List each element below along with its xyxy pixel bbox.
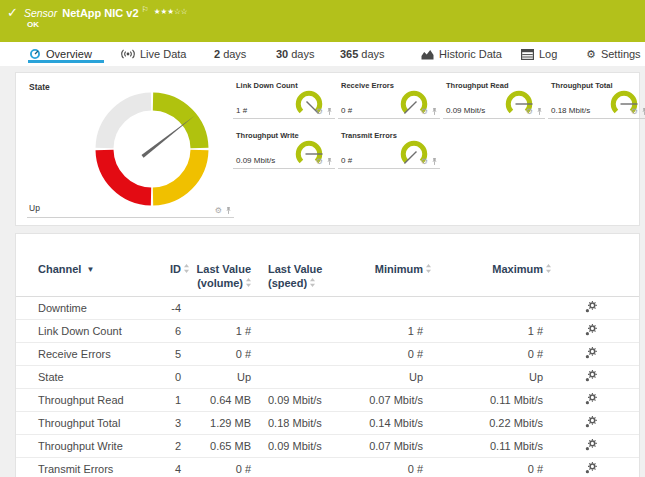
pin-icon[interactable] [326,107,333,116]
sort-icon [184,263,189,277]
last-value-volume: 0 # [181,463,251,475]
channel-settings-icon[interactable] [543,416,639,430]
gear-icon[interactable]: ⚙ [316,108,323,116]
table-header-row: Channel▼ ID Last Value(volume) Last Valu… [16,234,639,297]
channel-name[interactable]: State [16,371,151,383]
priority-stars[interactable]: ★★★☆☆ [154,7,188,16]
channel-row-downtime: Downtime-4 [16,297,639,320]
gauge-title: Receive Errors [341,81,394,90]
maximum-value: 0 # [423,348,543,360]
pin-icon[interactable] [641,107,645,116]
channel-id: -4 [151,302,181,314]
channel-name[interactable]: Receive Errors [16,348,151,360]
pin-icon[interactable] [536,107,543,116]
sensor-title: NetApp NIC v2 [62,7,138,19]
pin-icon[interactable] [431,157,438,166]
pin-icon[interactable] [431,107,438,116]
gauge-value: 0.09 Mbit/s [446,106,485,115]
minimum-value: 0.07 Mbit/s [361,440,423,452]
last-value-volume: Up [181,371,251,383]
gear-icon[interactable]: ⚙ [631,108,638,116]
channel-name[interactable]: Transmit Errors [16,463,151,475]
gauge-value: 0.18 Mbit/s [551,106,590,115]
channel-name[interactable]: Throughput Write [16,440,151,452]
sort-desc-icon: ▼ [86,265,94,275]
tab-live-data[interactable]: Live Data [121,42,186,66]
col-header-maximum[interactable]: Maximum [423,263,543,291]
pin-icon[interactable] [225,206,232,215]
tab-settings[interactable]: ⚙Settings [586,42,641,66]
maximum-value: 0.11 Mbit/s [423,394,543,406]
flag-icon[interactable]: ⚐ [142,5,149,14]
tab-bar: OverviewLive Data2days30days365daysHisto… [0,42,645,66]
gauge-tile-transmit-errors: Transmit Errors0 #⚙ [338,129,440,169]
channel-id: 2 [151,440,181,452]
channel-id: 4 [151,463,181,475]
last-value-volume: 0 # [181,348,251,360]
sensor-status-bar: ✓ Sensor NetApp NIC v2 ⚐ ★★★☆☆ OK [0,0,645,42]
state-gauge-tile: State Up ⚙ [27,79,234,218]
gauge-title: Throughput Write [236,131,299,140]
channel-settings-icon[interactable] [543,347,639,361]
channel-row-throughput-total: Throughput Total31.29 MB0.18 Mbit/s0.14 … [16,412,639,435]
gear-icon[interactable]: ⚙ [421,158,428,166]
gauge-value: 0 # [341,156,352,165]
channel-row-transmit-errors: Transmit Errors40 #0 #0 # [16,458,639,477]
gauge-title: Throughput Read [446,81,509,90]
gear-icon[interactable]: ⚙ [526,108,533,116]
gauge-tile-throughput-write: Throughput Write0.09 Mbit/s⚙ [233,129,335,169]
channel-row-throughput-read: Throughput Read10.64 MB0.09 Mbit/s0.07 M… [16,389,639,412]
gauge-title: Transmit Errors [341,131,397,140]
tab-30-days[interactable]: 30days [276,42,315,66]
col-header-channel[interactable]: Channel▼ [16,263,151,291]
last-value-volume: 0.65 MB [181,440,251,452]
col-header-minimum[interactable]: Minimum [361,263,423,291]
channel-settings-icon[interactable] [543,324,639,338]
gauge-value: 1 # [236,106,247,115]
gear-icon[interactable]: ⚙ [421,108,428,116]
channel-row-throughput-write: Throughput Write20.65 MB0.09 Mbit/s0.07 … [16,435,639,458]
channel-settings-icon[interactable] [543,462,639,476]
channel-settings-icon[interactable] [543,439,639,453]
minimum-value: 0 # [361,463,423,475]
maximum-value: 1 # [423,325,543,337]
tab-365-days[interactable]: 365days [340,42,385,66]
channel-id: 5 [151,348,181,360]
gauge-value: 0 # [341,106,352,115]
gauge-value: 0.09 Mbit/s [236,156,275,165]
chart-icon [421,49,434,60]
channel-settings-icon[interactable] [543,301,639,315]
state-gauge-value: Up [29,203,40,213]
minimum-value: Up [361,371,423,383]
channel-name[interactable]: Link Down Count [16,325,151,337]
maximum-value: Up [423,371,543,383]
sort-icon [426,263,431,277]
tab-historic-data[interactable]: Historic Data [421,42,502,66]
col-header-lastvalue-speed[interactable]: Last Value(speed) [251,263,361,291]
col-header-id[interactable]: ID [151,263,181,291]
gauge-tile-link-down-count: Link Down Count1 #⚙ [233,79,335,119]
channel-settings-icon[interactable] [543,393,639,407]
channel-row-link-down-count: Link Down Count61 #1 #1 # [16,320,639,343]
channel-name[interactable]: Throughput Total [16,417,151,429]
sensor-status-text: OK [27,20,39,29]
active-tab-underline [28,60,104,63]
gauge-tile-throughput-read: Throughput Read0.09 Mbit/s⚙ [443,79,545,119]
tab-log[interactable]: Log [521,42,557,66]
sort-icon [310,277,315,291]
col-header-lastvalue-volume[interactable]: Last Value(volume) [181,263,251,291]
channel-name[interactable]: Throughput Read [16,394,151,406]
minimum-value: 0.14 Mbit/s [361,417,423,429]
gear-icon[interactable]: ⚙ [215,207,222,215]
tab-2-days[interactable]: 2days [214,42,246,66]
state-gauge [92,89,212,209]
minimum-value: 0.07 Mbit/s [361,394,423,406]
gauges-panel: State Up ⚙ Link Down Count1 #⚙Receive Er… [15,72,640,226]
last-value-volume: 1 # [181,325,251,337]
channel-name[interactable]: Downtime [16,302,151,314]
gauge-title: Link Down Count [236,81,298,90]
pin-icon[interactable] [326,157,333,166]
gear-icon[interactable]: ⚙ [316,158,323,166]
channel-settings-icon[interactable] [543,370,639,384]
sort-icon [546,263,551,277]
